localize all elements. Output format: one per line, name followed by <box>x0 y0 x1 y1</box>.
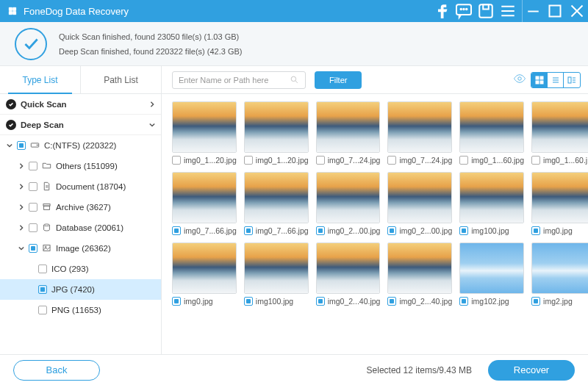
file-grid-pane[interactable]: img0_1...20.jpgimg0_1...20.jpgimg0_7...2… <box>162 94 588 354</box>
recover-button[interactable]: Recover <box>488 360 575 381</box>
file-thumbnail[interactable] <box>244 242 309 294</box>
checkbox[interactable] <box>459 226 468 235</box>
checkbox[interactable] <box>387 297 396 306</box>
checkbox[interactable] <box>38 285 47 294</box>
file-card[interactable]: img0.jpg <box>531 172 588 235</box>
file-card[interactable]: img0_7...66.jpg <box>244 172 309 235</box>
file-card[interactable]: img0_7...24.jpg <box>387 101 452 165</box>
facebook-icon[interactable] <box>431 0 453 22</box>
file-card[interactable]: img0_2...40.jpg <box>387 242 452 306</box>
checkbox[interactable] <box>531 297 540 306</box>
file-thumbnail[interactable] <box>172 172 237 223</box>
file-thumbnail[interactable] <box>172 242 237 294</box>
sidebar-archive[interactable]: Archive (3627) <box>0 197 161 217</box>
file-thumbnail[interactable] <box>459 172 524 223</box>
file-name: img102.jpg <box>471 297 509 306</box>
svg-rect-11 <box>536 81 539 84</box>
file-thumbnail[interactable] <box>316 242 381 294</box>
sidebar-drive[interactable]: C:(NTFS) (220322) <box>0 135 161 156</box>
file-card[interactable]: img2.jpg <box>531 242 588 306</box>
checkbox[interactable] <box>387 156 396 165</box>
maximize-button[interactable] <box>544 0 566 22</box>
checkbox[interactable] <box>244 297 253 306</box>
checkbox[interactable] <box>531 226 540 235</box>
sidebar-others[interactable]: Others (151099) <box>0 156 161 176</box>
file-thumbnail[interactable] <box>172 101 237 153</box>
file-thumbnail[interactable] <box>316 172 381 223</box>
back-button[interactable]: Back <box>13 360 100 381</box>
svg-point-3 <box>466 9 467 10</box>
file-thumbnail[interactable] <box>459 101 524 153</box>
view-list-icon[interactable] <box>548 73 564 87</box>
file-card[interactable]: img0_2...40.jpg <box>316 242 381 306</box>
file-thumbnail[interactable] <box>531 242 588 294</box>
menu-icon[interactable] <box>497 0 519 22</box>
filter-button[interactable]: Filter <box>315 71 362 89</box>
sidebar-png[interactable]: PNG (11653) <box>0 300 161 320</box>
search-input[interactable]: Enter Name or Path here <box>172 71 306 89</box>
database-icon <box>42 223 51 234</box>
file-card[interactable]: img0_2...00.jpg <box>316 172 381 235</box>
checkbox[interactable] <box>531 156 540 165</box>
file-card[interactable]: img0_1...60.jpg <box>459 101 524 165</box>
view-grid-icon[interactable] <box>531 73 548 87</box>
sidebar-database[interactable]: Database (20061) <box>0 217 161 238</box>
checkbox[interactable] <box>172 297 181 306</box>
checkbox[interactable] <box>38 265 47 273</box>
checkbox[interactable] <box>29 244 37 253</box>
file-card[interactable]: img0_7...24.jpg <box>316 101 381 165</box>
checkbox[interactable] <box>316 226 325 235</box>
file-thumbnail[interactable] <box>459 242 524 294</box>
file-card[interactable]: img0_1...60.jpg <box>531 101 588 165</box>
file-card[interactable]: img0_2...00.jpg <box>387 172 452 235</box>
file-thumbnail[interactable] <box>316 101 381 153</box>
sidebar-ico[interactable]: ICO (293) <box>0 259 161 279</box>
sidebar-deep-scan[interactable]: Deep Scan <box>0 115 161 135</box>
feedback-icon[interactable] <box>453 0 475 22</box>
file-card[interactable]: img0.jpg <box>172 242 237 306</box>
minimize-button[interactable] <box>522 0 544 22</box>
drive-icon <box>30 140 40 151</box>
checkbox[interactable] <box>29 203 37 212</box>
file-thumbnail[interactable] <box>244 101 309 153</box>
view-detail-icon[interactable] <box>564 73 580 87</box>
checkbox[interactable] <box>17 141 26 150</box>
checkbox[interactable] <box>38 306 47 314</box>
checkbox[interactable] <box>316 297 325 306</box>
sidebar-quick-scan[interactable]: Quick Scan <box>0 94 161 115</box>
tab-type-list[interactable]: Type List <box>0 66 81 93</box>
sidebar-image[interactable]: Image (26362) <box>0 238 161 259</box>
checkbox[interactable] <box>244 156 253 165</box>
file-thumbnail[interactable] <box>387 172 452 223</box>
close-button[interactable] <box>566 0 588 22</box>
file-card[interactable]: img0_1...20.jpg <box>244 101 309 165</box>
checkbox[interactable] <box>459 156 468 165</box>
checkbox[interactable] <box>244 226 253 235</box>
file-thumbnail[interactable] <box>244 172 309 223</box>
checkbox[interactable] <box>172 156 181 165</box>
file-card[interactable]: img0_1...20.jpg <box>172 101 237 165</box>
file-thumbnail[interactable] <box>531 101 588 153</box>
sidebar-document[interactable]: Document (18704) <box>0 176 161 197</box>
file-card[interactable]: img102.jpg <box>459 242 524 306</box>
checkbox[interactable] <box>316 156 325 165</box>
sidebar-jpg[interactable]: JPG (7420) <box>0 279 161 300</box>
checkbox[interactable] <box>387 226 396 235</box>
checkbox[interactable] <box>29 162 37 170</box>
svg-rect-12 <box>540 81 543 84</box>
file-card[interactable]: img0_7...66.jpg <box>172 172 237 235</box>
checkbox[interactable] <box>29 182 37 191</box>
checkbox[interactable] <box>29 223 37 232</box>
file-thumbnail[interactable] <box>387 242 452 294</box>
file-card[interactable]: img100.jpg <box>244 242 309 306</box>
chevron-right-icon <box>18 163 24 169</box>
save-icon[interactable] <box>475 0 497 22</box>
file-card[interactable]: img100.jpg <box>459 172 524 235</box>
preview-toggle-icon[interactable] <box>513 72 526 88</box>
checkbox[interactable] <box>459 297 468 306</box>
file-thumbnail[interactable] <box>387 101 452 153</box>
chevron-right-icon <box>148 101 155 107</box>
file-thumbnail[interactable] <box>531 172 588 223</box>
tab-path-list[interactable]: Path List <box>81 66 162 93</box>
checkbox[interactable] <box>172 226 181 235</box>
